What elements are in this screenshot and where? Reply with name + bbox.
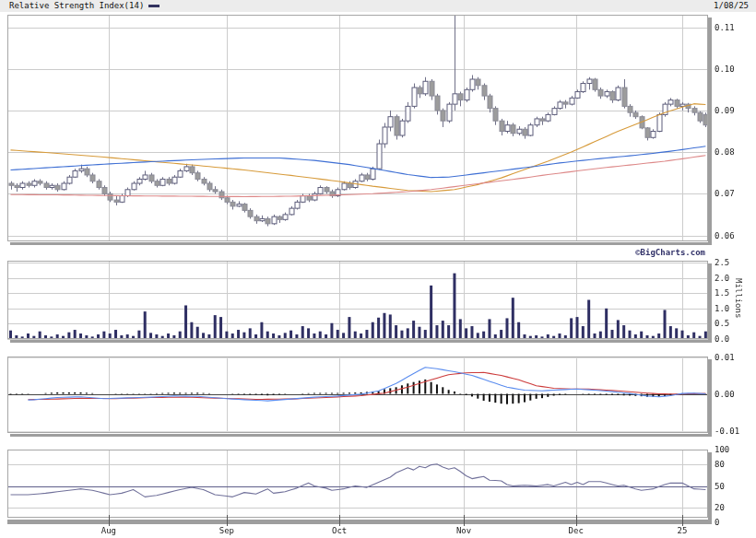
rsi-axis-label: 80 <box>715 460 725 469</box>
macd-axis-label: 0.01 <box>715 353 735 362</box>
rsi-axis-label: 50 <box>715 482 725 491</box>
x-axis-label: Dec <box>558 526 595 535</box>
volume-axis-label: 2.0 <box>715 274 729 283</box>
volume-axis-label: 2.5 <box>715 258 729 267</box>
volume-axis-label: 0.5 <box>715 319 729 328</box>
x-axis-label: Sep <box>208 526 245 535</box>
volume-axis-label: 0.0 <box>715 334 729 344</box>
chart-canvas <box>0 0 756 538</box>
price-axis-label: 0.06 <box>715 231 735 240</box>
legend-label: Relative Strength Index(14) <box>9 0 144 12</box>
volume-unit-label: Millions <box>734 278 743 318</box>
rsi-panel-header: Relative Strength Index(14) <box>0 0 756 12</box>
x-axis-label: Aug <box>90 526 127 535</box>
bigcharts-watermark: ©BigCharts.com <box>635 248 705 257</box>
x-axis-label: Oct <box>321 526 358 535</box>
price-axis-label: 0.11 <box>715 23 735 32</box>
price-axis-label: 0.08 <box>715 147 735 157</box>
macd-axis-label: -0.01 <box>715 427 739 436</box>
x-axis-label: 25 <box>664 526 701 535</box>
price-axis-label: 0.09 <box>715 106 735 115</box>
rsi-axis-label: 20 <box>715 503 725 512</box>
price-axis-label: 0.10 <box>715 64 735 74</box>
macd-axis-label: 0.00 <box>715 390 735 399</box>
price-axis-label: 0.07 <box>715 189 735 198</box>
last-date-label: 1/08/25 <box>714 1 749 11</box>
volume-axis-label: 1.5 <box>715 288 729 298</box>
rsi-axis-label: 100 <box>715 445 729 454</box>
rsi-axis-label: 0 <box>715 518 719 527</box>
legend-swatch <box>148 5 159 7</box>
volume-axis-label: 1.0 <box>715 304 729 313</box>
stock-chart: AU:IMA DailySMA(50)SMA(100)SMA(200) Volu… <box>0 0 756 538</box>
x-axis-label: Nov <box>445 526 482 535</box>
